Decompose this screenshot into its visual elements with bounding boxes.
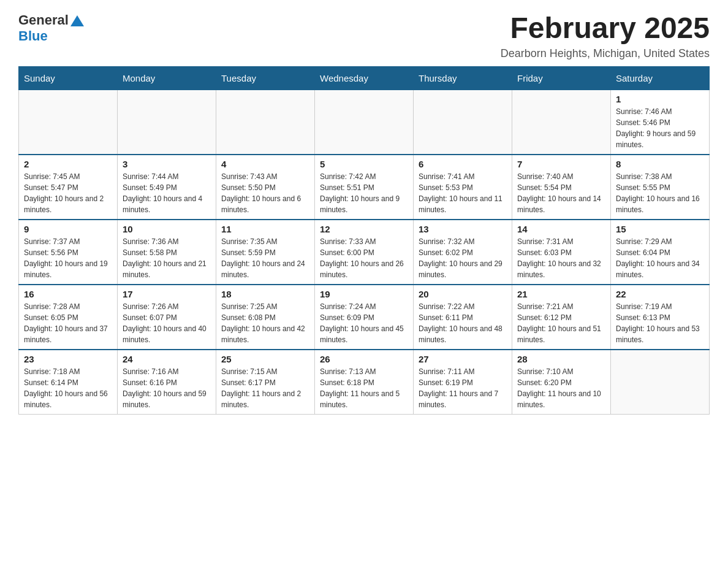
calendar-week-row: 2Sunrise: 7:45 AMSunset: 5:47 PMDaylight… <box>19 155 710 220</box>
day-number: 26 <box>320 354 408 364</box>
day-info: Sunrise: 7:15 AMSunset: 6:17 PMDaylight:… <box>221 366 309 410</box>
day-number: 16 <box>24 289 112 299</box>
day-number: 17 <box>123 289 211 299</box>
calendar-day-cell: 11Sunrise: 7:35 AMSunset: 5:59 PMDayligh… <box>216 220 315 285</box>
weekday-header-saturday: Saturday <box>611 66 710 90</box>
day-number: 14 <box>517 224 605 234</box>
day-number: 5 <box>320 159 408 169</box>
day-number: 6 <box>419 159 507 169</box>
day-info: Sunrise: 7:28 AMSunset: 6:05 PMDaylight:… <box>24 301 112 345</box>
day-info: Sunrise: 7:10 AMSunset: 6:20 PMDaylight:… <box>517 366 605 410</box>
day-number: 7 <box>517 159 605 169</box>
calendar-table: SundayMondayTuesdayWednesdayThursdayFrid… <box>18 66 710 415</box>
calendar-day-cell: 24Sunrise: 7:16 AMSunset: 6:16 PMDayligh… <box>118 350 216 415</box>
day-info: Sunrise: 7:25 AMSunset: 6:08 PMDaylight:… <box>221 301 309 345</box>
calendar-day-cell: 13Sunrise: 7:32 AMSunset: 6:02 PMDayligh… <box>414 220 512 285</box>
calendar-day-cell <box>611 350 710 415</box>
day-info: Sunrise: 7:38 AMSunset: 5:55 PMDaylight:… <box>616 171 704 215</box>
day-number: 1 <box>616 94 704 104</box>
calendar-week-row: 1Sunrise: 7:46 AMSunset: 5:46 PMDaylight… <box>19 90 710 155</box>
calendar-day-cell <box>216 90 315 155</box>
calendar-day-cell <box>19 90 118 155</box>
day-info: Sunrise: 7:37 AMSunset: 5:56 PMDaylight:… <box>24 236 112 280</box>
calendar-day-cell: 25Sunrise: 7:15 AMSunset: 6:17 PMDayligh… <box>216 350 315 415</box>
calendar-day-cell <box>315 90 414 155</box>
calendar-week-row: 23Sunrise: 7:18 AMSunset: 6:14 PMDayligh… <box>19 350 710 415</box>
calendar-day-cell: 12Sunrise: 7:33 AMSunset: 6:00 PMDayligh… <box>315 220 414 285</box>
calendar-day-cell: 21Sunrise: 7:21 AMSunset: 6:12 PMDayligh… <box>512 285 611 350</box>
day-info: Sunrise: 7:22 AMSunset: 6:11 PMDaylight:… <box>419 301 507 345</box>
logo-general: General <box>18 12 69 28</box>
day-number: 22 <box>616 289 704 299</box>
calendar-day-cell: 9Sunrise: 7:37 AMSunset: 5:56 PMDaylight… <box>19 220 118 285</box>
svg-marker-0 <box>70 15 84 26</box>
day-number: 3 <box>123 159 211 169</box>
day-info: Sunrise: 7:45 AMSunset: 5:47 PMDaylight:… <box>24 171 112 215</box>
day-number: 8 <box>616 159 704 169</box>
day-info: Sunrise: 7:11 AMSunset: 6:19 PMDaylight:… <box>419 366 507 410</box>
logo: General Blue <box>18 12 84 44</box>
day-info: Sunrise: 7:18 AMSunset: 6:14 PMDaylight:… <box>24 366 112 410</box>
title-block: February 2025 Dearborn Heights, Michigan… <box>501 12 710 60</box>
day-info: Sunrise: 7:41 AMSunset: 5:53 PMDaylight:… <box>419 171 507 215</box>
day-info: Sunrise: 7:32 AMSunset: 6:02 PMDaylight:… <box>419 236 507 280</box>
day-number: 13 <box>419 224 507 234</box>
day-info: Sunrise: 7:36 AMSunset: 5:58 PMDaylight:… <box>123 236 211 280</box>
logo-triangle-icon <box>70 15 84 26</box>
day-number: 24 <box>123 354 211 364</box>
weekday-header-monday: Monday <box>118 66 216 90</box>
day-number: 12 <box>320 224 408 234</box>
day-info: Sunrise: 7:24 AMSunset: 6:09 PMDaylight:… <box>320 301 408 345</box>
weekday-header-sunday: Sunday <box>19 66 118 90</box>
day-info: Sunrise: 7:13 AMSunset: 6:18 PMDaylight:… <box>320 366 408 410</box>
month-year-title: February 2025 <box>501 12 710 45</box>
calendar-day-cell: 28Sunrise: 7:10 AMSunset: 6:20 PMDayligh… <box>512 350 611 415</box>
day-info: Sunrise: 7:29 AMSunset: 6:04 PMDaylight:… <box>616 236 704 280</box>
calendar-day-cell: 15Sunrise: 7:29 AMSunset: 6:04 PMDayligh… <box>611 220 710 285</box>
day-info: Sunrise: 7:21 AMSunset: 6:12 PMDaylight:… <box>517 301 605 345</box>
calendar-day-cell: 8Sunrise: 7:38 AMSunset: 5:55 PMDaylight… <box>611 155 710 220</box>
weekday-header-row: SundayMondayTuesdayWednesdayThursdayFrid… <box>19 66 710 90</box>
day-info: Sunrise: 7:42 AMSunset: 5:51 PMDaylight:… <box>320 171 408 215</box>
weekday-header-tuesday: Tuesday <box>216 66 315 90</box>
day-number: 23 <box>24 354 112 364</box>
calendar-day-cell: 17Sunrise: 7:26 AMSunset: 6:07 PMDayligh… <box>118 285 216 350</box>
calendar-week-row: 9Sunrise: 7:37 AMSunset: 5:56 PMDaylight… <box>19 220 710 285</box>
day-number: 2 <box>24 159 112 169</box>
day-info: Sunrise: 7:26 AMSunset: 6:07 PMDaylight:… <box>123 301 211 345</box>
calendar-day-cell: 18Sunrise: 7:25 AMSunset: 6:08 PMDayligh… <box>216 285 315 350</box>
day-number: 11 <box>221 224 309 234</box>
day-info: Sunrise: 7:44 AMSunset: 5:49 PMDaylight:… <box>123 171 211 215</box>
day-info: Sunrise: 7:46 AMSunset: 5:46 PMDaylight:… <box>616 106 704 150</box>
calendar-day-cell: 7Sunrise: 7:40 AMSunset: 5:54 PMDaylight… <box>512 155 611 220</box>
day-number: 15 <box>616 224 704 234</box>
day-number: 10 <box>123 224 211 234</box>
page-header: General Blue February 2025 Dearborn Heig… <box>18 12 710 60</box>
calendar-day-cell: 27Sunrise: 7:11 AMSunset: 6:19 PMDayligh… <box>414 350 512 415</box>
calendar-day-cell: 5Sunrise: 7:42 AMSunset: 5:51 PMDaylight… <box>315 155 414 220</box>
day-info: Sunrise: 7:40 AMSunset: 5:54 PMDaylight:… <box>517 171 605 215</box>
calendar-day-cell <box>512 90 611 155</box>
calendar-day-cell: 3Sunrise: 7:44 AMSunset: 5:49 PMDaylight… <box>118 155 216 220</box>
day-info: Sunrise: 7:43 AMSunset: 5:50 PMDaylight:… <box>221 171 309 215</box>
day-info: Sunrise: 7:31 AMSunset: 6:03 PMDaylight:… <box>517 236 605 280</box>
calendar-week-row: 16Sunrise: 7:28 AMSunset: 6:05 PMDayligh… <box>19 285 710 350</box>
calendar-day-cell: 6Sunrise: 7:41 AMSunset: 5:53 PMDaylight… <box>414 155 512 220</box>
calendar-day-cell <box>414 90 512 155</box>
logo-blue: Blue <box>18 28 48 44</box>
calendar-day-cell: 23Sunrise: 7:18 AMSunset: 6:14 PMDayligh… <box>19 350 118 415</box>
day-info: Sunrise: 7:35 AMSunset: 5:59 PMDaylight:… <box>221 236 309 280</box>
calendar-day-cell: 26Sunrise: 7:13 AMSunset: 6:18 PMDayligh… <box>315 350 414 415</box>
calendar-day-cell: 22Sunrise: 7:19 AMSunset: 6:13 PMDayligh… <box>611 285 710 350</box>
calendar-body: 1Sunrise: 7:46 AMSunset: 5:46 PMDaylight… <box>19 90 710 414</box>
calendar-day-cell: 10Sunrise: 7:36 AMSunset: 5:58 PMDayligh… <box>118 220 216 285</box>
weekday-header-friday: Friday <box>512 66 611 90</box>
day-number: 25 <box>221 354 309 364</box>
day-number: 4 <box>221 159 309 169</box>
day-info: Sunrise: 7:19 AMSunset: 6:13 PMDaylight:… <box>616 301 704 345</box>
calendar-day-cell: 19Sunrise: 7:24 AMSunset: 6:09 PMDayligh… <box>315 285 414 350</box>
calendar-day-cell: 1Sunrise: 7:46 AMSunset: 5:46 PMDaylight… <box>611 90 710 155</box>
calendar-day-cell <box>118 90 216 155</box>
day-number: 19 <box>320 289 408 299</box>
calendar-day-cell: 2Sunrise: 7:45 AMSunset: 5:47 PMDaylight… <box>19 155 118 220</box>
